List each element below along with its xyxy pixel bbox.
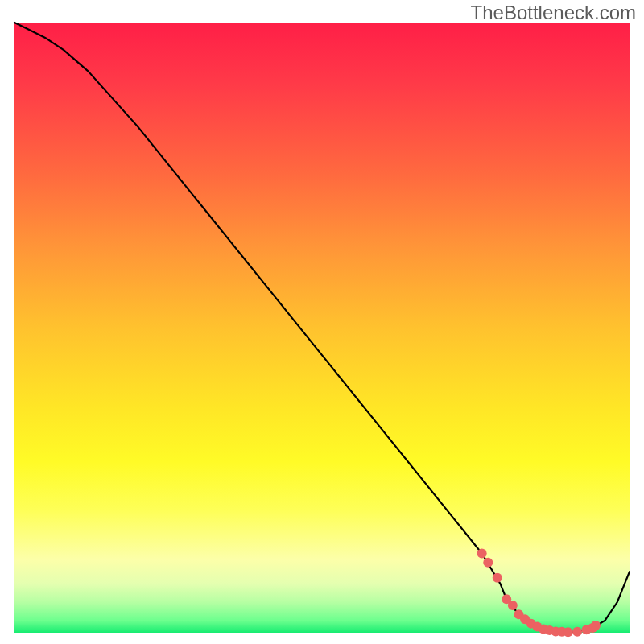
- highlight-dot: [572, 627, 582, 637]
- bottleneck-curve: [14, 23, 630, 632]
- highlight-dots-group: [477, 548, 601, 637]
- chart-container: TheBottleneck.com: [0, 0, 644, 644]
- watermark-text: TheBottleneck.com: [471, 2, 636, 24]
- plot-area: [14, 23, 630, 633]
- highlight-dot: [508, 601, 518, 610]
- highlight-dot: [591, 621, 601, 630]
- highlight-dot: [477, 548, 487, 558]
- highlight-dot: [493, 573, 502, 583]
- plot-svg: [14, 23, 630, 633]
- highlight-dot: [564, 627, 573, 637]
- highlight-dot: [483, 558, 493, 568]
